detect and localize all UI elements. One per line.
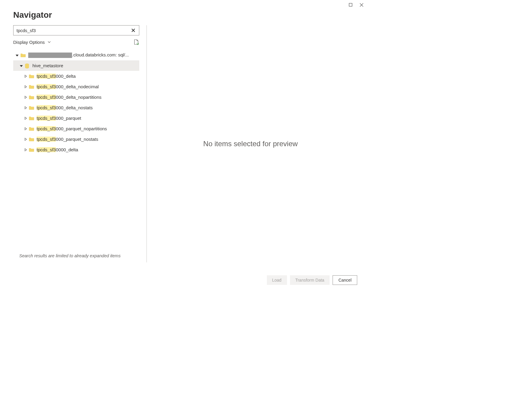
tree-metastore-node[interactable]: hive_metastore <box>13 60 139 71</box>
tree-schema-node[interactable]: tpcds_sf3000_parquet <box>13 113 139 123</box>
display-options-dropdown[interactable]: Display Options <box>13 40 51 45</box>
expand-icon[interactable] <box>23 106 28 110</box>
folder-icon <box>29 116 34 121</box>
tree-schema-node[interactable]: tpcds_sf3000_parquet_nostats <box>13 134 139 144</box>
tree-schema-label: tpcds_sf3000_delta_nostats <box>37 105 93 110</box>
database-icon <box>25 63 30 68</box>
folder-icon <box>29 84 34 89</box>
svg-marker-14 <box>25 117 27 119</box>
folder-icon <box>29 105 34 110</box>
tree-root-label: .cloud.databricks.com: sql/... <box>28 52 129 58</box>
expand-icon[interactable] <box>23 95 28 99</box>
close-window-button[interactable] <box>358 2 364 8</box>
load-button: Load <box>267 275 287 285</box>
folder-icon <box>20 53 26 58</box>
expand-icon[interactable] <box>23 127 28 131</box>
refresh-button[interactable] <box>133 39 139 45</box>
preview-empty-message: No items selected for preview <box>203 140 298 148</box>
tree-schema-label: tpcds_sf3000_delta_nodecimal <box>37 84 99 89</box>
tree-schema-label: tpcds_sf3000_parquet_nostats <box>37 137 98 142</box>
tree-schema-label: tpcds_sf3000_delta <box>37 74 76 79</box>
preview-panel: No items selected for preview <box>147 25 354 262</box>
redacted-host <box>28 53 72 58</box>
svg-marker-11 <box>25 86 27 88</box>
svg-rect-0 <box>349 3 352 6</box>
tree-schema-node[interactable]: tpcds_sf3000_delta_nostats <box>13 102 139 113</box>
svg-marker-10 <box>25 75 27 77</box>
expand-icon[interactable] <box>23 85 28 89</box>
svg-marker-7 <box>16 55 19 56</box>
tree-schema-label: tpcds_sf30000_delta <box>37 147 78 152</box>
page-refresh-icon <box>134 39 139 45</box>
tree-schema-node[interactable]: tpcds_sf3000_delta_nodecimal <box>13 81 139 92</box>
expand-icon[interactable] <box>23 116 28 120</box>
tree-schema-label: tpcds_sf3000_parquet <box>37 116 81 121</box>
svg-marker-8 <box>20 65 23 67</box>
svg-marker-16 <box>25 138 27 141</box>
folder-icon <box>29 95 34 100</box>
search-hint: Search results are limited to already ex… <box>13 252 139 262</box>
maximize-button[interactable] <box>348 2 354 8</box>
tree-schema-node[interactable]: tpcds_sf3000_delta <box>13 71 139 81</box>
clear-search-button[interactable] <box>129 25 137 35</box>
tree-root-node[interactable]: .cloud.databricks.com: sql/... <box>13 50 139 60</box>
tree-schema-label: tpcds_sf3000_parquet_nopartitions <box>37 126 107 131</box>
folder-icon <box>29 137 34 142</box>
display-options-label: Display Options <box>13 40 45 45</box>
tree-schema-label: tpcds_sf3000_delta_nopartitions <box>37 95 101 100</box>
folder-icon <box>29 126 34 131</box>
folder-icon <box>29 147 34 152</box>
transform-data-button: Transform Data <box>290 275 330 285</box>
svg-marker-15 <box>25 128 27 130</box>
navigator-tree[interactable]: .cloud.databricks.com: sql/... hive_meta… <box>13 50 139 252</box>
dialog-title: Navigator <box>13 10 354 20</box>
svg-marker-13 <box>25 107 27 109</box>
expand-icon[interactable] <box>23 148 28 152</box>
cancel-button[interactable]: Cancel <box>333 275 357 285</box>
svg-marker-12 <box>25 96 27 98</box>
collapse-icon[interactable] <box>15 53 19 57</box>
expand-icon[interactable] <box>23 74 28 78</box>
search-input[interactable] <box>13 25 139 35</box>
tree-schema-node[interactable]: tpcds_sf3000_parquet_nopartitions <box>13 123 139 134</box>
expand-icon[interactable] <box>23 137 28 141</box>
tree-schema-node[interactable]: tpcds_sf30000_delta <box>13 144 139 155</box>
folder-icon <box>29 74 34 79</box>
collapse-icon[interactable] <box>19 64 23 68</box>
svg-marker-17 <box>25 149 27 151</box>
tree-schema-node[interactable]: tpcds_sf3000_delta_nopartitions <box>13 92 139 102</box>
chevron-down-icon <box>48 41 51 43</box>
tree-metastore-label: hive_metastore <box>32 63 63 68</box>
